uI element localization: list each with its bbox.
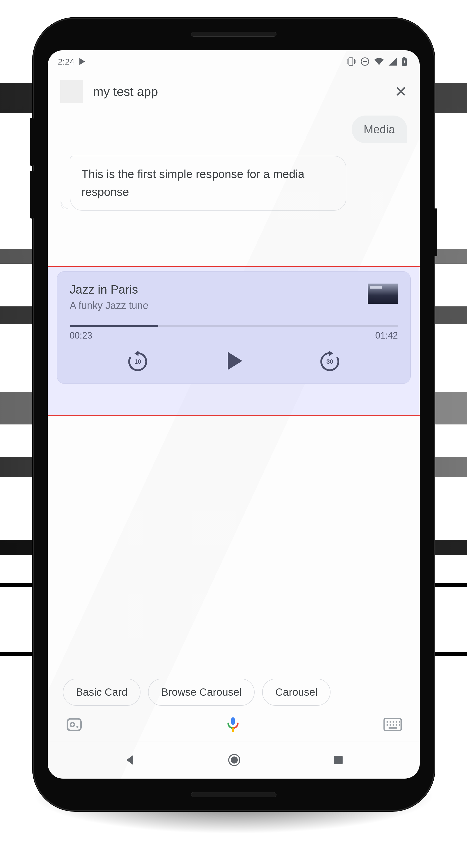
- svg-point-12: [70, 722, 75, 726]
- progress-fill: [69, 325, 158, 327]
- svg-rect-19: [392, 721, 394, 722]
- svg-rect-21: [399, 721, 400, 722]
- svg-rect-18: [389, 721, 391, 722]
- svg-rect-24: [392, 724, 394, 725]
- assistant-input-bar: [48, 708, 420, 741]
- keyboard-button[interactable]: [383, 718, 402, 732]
- phone-frame: 2:24: [33, 18, 435, 811]
- bot-bubble-tail: [60, 199, 70, 209]
- media-title: Jazz in Paris: [69, 283, 149, 297]
- svg-rect-30: [334, 756, 343, 764]
- progress-track[interactable]: [69, 325, 398, 327]
- svg-rect-0: [349, 58, 353, 65]
- svg-point-29: [231, 756, 238, 764]
- earpiece-speaker: [191, 32, 276, 37]
- svg-rect-8: [403, 57, 405, 58]
- power-button: [434, 209, 437, 256]
- svg-text:10: 10: [135, 358, 141, 365]
- lens-button[interactable]: [65, 716, 83, 733]
- play-button[interactable]: [221, 348, 246, 373]
- suggestion-chip-carousel[interactable]: Carousel: [262, 679, 330, 706]
- svg-rect-23: [389, 724, 391, 725]
- media-subtitle: A funky Jazz tune: [69, 300, 149, 311]
- android-nav-bar: [48, 741, 420, 779]
- app-icon-placeholder: [60, 81, 83, 103]
- status-bar: 2:24: [48, 50, 420, 73]
- bottom-speaker: [191, 792, 276, 797]
- suggestion-chip-basic-card[interactable]: Basic Card: [63, 679, 141, 706]
- volume-down-button: [30, 171, 34, 218]
- svg-point-13: [77, 726, 79, 728]
- bot-message-text: This is the first simple response for a …: [82, 167, 304, 198]
- app-header: my test app ✕: [48, 73, 420, 111]
- do-not-disturb-icon: [360, 57, 370, 66]
- media-thumbnail: [368, 284, 398, 304]
- play-icon: [228, 352, 242, 370]
- total-duration: 01:42: [375, 330, 398, 341]
- bot-message-bubble: This is the first simple response for a …: [70, 156, 346, 211]
- battery-charging-icon: [402, 57, 407, 66]
- svg-rect-20: [396, 721, 397, 722]
- user-message-bubble: Media: [352, 116, 407, 143]
- chat-area: Media This is the first simple response …: [48, 111, 420, 211]
- nav-back-button[interactable]: [123, 754, 136, 766]
- svg-rect-17: [386, 721, 388, 722]
- svg-rect-25: [396, 724, 397, 725]
- rewind-10-button[interactable]: 10: [125, 348, 150, 373]
- app-title: my test app: [93, 84, 158, 99]
- forward-30-button[interactable]: 30: [317, 348, 342, 373]
- svg-rect-26: [399, 724, 400, 725]
- svg-rect-22: [386, 724, 388, 725]
- nav-home-button[interactable]: [227, 753, 241, 767]
- elapsed-time: 00:23: [69, 330, 92, 341]
- screen: 2:24: [48, 50, 420, 779]
- mic-button[interactable]: [224, 716, 242, 733]
- svg-rect-14: [231, 717, 235, 725]
- clock: 2:24: [58, 57, 75, 67]
- volume-up-button: [30, 118, 34, 166]
- wifi-icon: [374, 58, 384, 66]
- close-button[interactable]: ✕: [395, 84, 407, 99]
- svg-text:30: 30: [326, 358, 333, 365]
- nav-recents-button[interactable]: [332, 754, 344, 766]
- media-response-card: Jazz in Paris A funky Jazz tune 00:23 01…: [57, 271, 411, 384]
- cell-signal-icon: [388, 58, 397, 66]
- svg-rect-27: [388, 727, 397, 728]
- media-playing-icon: [80, 58, 85, 65]
- suggestion-chip-browse-carousel[interactable]: Browse Carousel: [148, 679, 255, 706]
- user-message-text: Media: [364, 123, 395, 136]
- suggestion-chips-row: Basic Card Browse Carousel Carousel: [48, 679, 420, 706]
- vibrate-icon: [346, 57, 356, 66]
